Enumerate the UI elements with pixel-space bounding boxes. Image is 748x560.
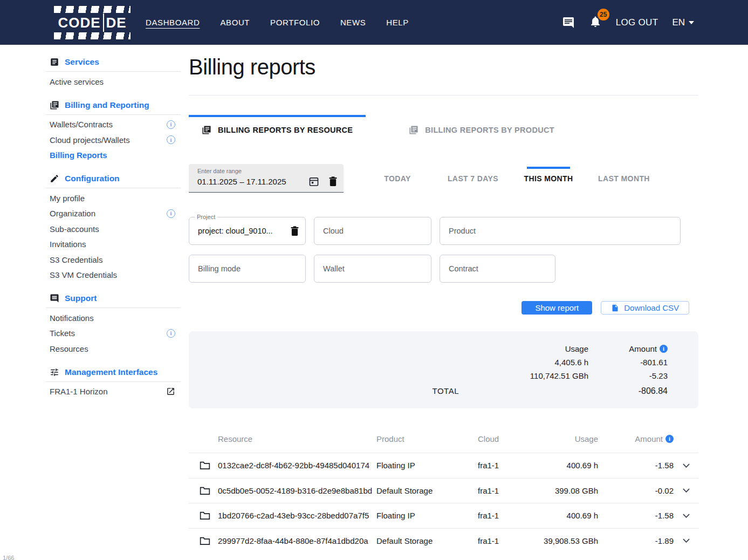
cell-cloud: fra1-1	[478, 536, 540, 545]
summary-amount-value: -801.61	[588, 356, 668, 369]
cell-amount: -0.02	[598, 486, 674, 495]
notifications-bell[interactable]: 25	[589, 15, 602, 30]
nav-item-dashboard[interactable]: DASHBOARD	[146, 18, 200, 27]
tab-billing-reports-by-product[interactable]: BILLING REPORTS BY PRODUCT	[396, 115, 567, 141]
divider	[46, 188, 181, 188]
project-select-label: Project	[195, 214, 217, 220]
edit-icon	[50, 174, 59, 183]
sidebar-section-support: Support Notifications Tickets i Resource…	[46, 290, 181, 357]
sidebar-item-invitations[interactable]: Invitations	[46, 237, 181, 252]
cell-cloud: fra1-1	[478, 461, 540, 470]
summary-usage-header: Usage	[459, 342, 588, 356]
info-icon[interactable]: i	[167, 209, 175, 218]
nav-item-news[interactable]: NEWS	[340, 18, 366, 27]
table-row[interactable]: 1bd20766-c2ad-43eb-93cc-28bedd07a7f5 Flo…	[189, 503, 698, 528]
download-csv-label: Download CSV	[624, 303, 679, 312]
info-icon[interactable]: i	[665, 435, 674, 443]
tab-billing-reports-by-resource[interactable]: BILLING REPORTS BY RESOURCE	[189, 115, 366, 141]
sidebar-item-organization[interactable]: Organization i	[46, 206, 181, 222]
logo-separator	[103, 13, 104, 32]
library-books-icon	[50, 100, 59, 110]
sidebar-item-notifications[interactable]: Notifications	[46, 310, 181, 326]
top-navbar: CODE DE DASHBOARD ABOUT PORTFOLIO NEWS H…	[0, 0, 748, 45]
table-row[interactable]: 299977d2-8faa-44b4-880e-87f4a1dbd20a Def…	[189, 528, 698, 554]
range-today-button[interactable]: TODAY	[360, 164, 435, 193]
logo-text-right: DE	[106, 16, 127, 30]
sidebar-item-label: Tickets	[50, 329, 75, 338]
table-row[interactable]: 0c5db0e5-0052-4189-b316-d2e9e8ba81bd Def…	[189, 478, 698, 503]
calendar-icon[interactable]	[308, 176, 319, 187]
sidebar-item-wallets-contracts[interactable]: Wallets/Contracts i	[46, 117, 181, 133]
page-title: Billing reports	[189, 54, 698, 80]
open-in-new-icon[interactable]	[166, 387, 175, 396]
date-range-value[interactable]: 01.11.2025 – 17.11.2025	[197, 177, 299, 186]
nav-item-portfolio[interactable]: PORTFOLIO	[270, 18, 320, 27]
code-de-logo[interactable]: CODE DE	[54, 6, 131, 39]
summary-total-amount: -806.84	[588, 384, 668, 398]
contract-select[interactable]: Contract	[440, 255, 555, 283]
expand-row-icon[interactable]	[674, 538, 698, 543]
cloud-select[interactable]: Cloud	[314, 217, 431, 245]
sidebar-item-fra1-horizon[interactable]: FRA1-1 Horizon	[46, 384, 181, 400]
folder-icon	[189, 511, 218, 520]
table-header-row: Resource Product Cloud Usage Amount i	[189, 425, 698, 453]
cell-product: Floating IP	[376, 461, 478, 470]
sidebar-item-label: My profile	[50, 194, 85, 203]
sidebar-header-billing: Billing and Reporting	[46, 97, 181, 113]
col-product: Product	[376, 434, 478, 443]
sidebar-item-s3-credentials[interactable]: S3 Credentials	[46, 252, 181, 268]
sidebar-header-services: Services	[46, 54, 181, 70]
sidebar-item-active-services[interactable]: Active services	[46, 74, 181, 90]
language-selector[interactable]: EN	[672, 17, 694, 28]
cell-usage: 39,908.53 GBh	[540, 536, 598, 545]
sidebar-item-tickets[interactable]: Tickets i	[46, 326, 181, 342]
sidebar-section-title: Configuration	[65, 174, 120, 183]
show-report-button[interactable]: Show report	[521, 301, 592, 315]
col-resource: Resource	[218, 434, 376, 443]
range-this-month-button[interactable]: THIS MONTH	[511, 164, 586, 193]
sidebar-section-title: Support	[65, 293, 97, 303]
info-icon[interactable]: i	[167, 329, 175, 338]
sidebar-section-title: Services	[65, 57, 99, 67]
sidebar-item-label: Organization	[50, 209, 95, 218]
cell-cloud: fra1-1	[478, 511, 540, 520]
billing-mode-select[interactable]: Billing mode	[189, 255, 306, 283]
product-select[interactable]: Product	[440, 217, 681, 245]
expand-row-icon[interactable]	[674, 488, 698, 493]
range-last-month-button[interactable]: LAST MONTH	[586, 164, 662, 193]
range-last-7-days-button[interactable]: LAST 7 DAYS	[435, 164, 511, 193]
info-icon[interactable]: i	[167, 120, 175, 129]
sidebar-item-s3-vm-credentials[interactable]: S3 VM Credentials	[46, 268, 181, 283]
download-csv-button[interactable]: Download CSV	[601, 301, 689, 315]
info-icon[interactable]: i	[660, 345, 668, 353]
cell-amount: -1.89	[598, 536, 674, 545]
expand-row-icon[interactable]	[674, 514, 698, 518]
cell-usage: 400.69 h	[540, 511, 598, 520]
nav-item-about[interactable]: ABOUT	[220, 18, 250, 27]
feedback-icon[interactable]	[562, 16, 575, 29]
report-tabs: BILLING REPORTS BY RESOURCE BILLING REPO…	[189, 115, 698, 141]
billing-mode-placeholder: Billing mode	[198, 264, 241, 273]
sidebar-item-label: Invitations	[50, 240, 86, 249]
library-books-icon	[202, 125, 211, 135]
clear-project-icon[interactable]	[291, 226, 299, 236]
sidebar-item-sub-accounts[interactable]: Sub-accounts	[46, 221, 181, 237]
sidebar-item-cloud-projects-wallets[interactable]: Cloud projects/Wallets i	[46, 132, 181, 148]
project-select[interactable]: Project project: cloud_9010...	[189, 217, 306, 245]
info-icon[interactable]: i	[167, 135, 175, 144]
sidebar-item-resources[interactable]: Resources	[46, 341, 181, 357]
table-row[interactable]: 0132cae2-dc8f-4b62-92bb-49485d040174 Flo…	[189, 453, 698, 478]
product-select-placeholder: Product	[449, 227, 476, 235]
logout-button[interactable]: LOG OUT	[616, 17, 658, 28]
logo-text: CODE DE	[54, 13, 131, 32]
logo-stripes-top	[54, 6, 131, 13]
wallet-select[interactable]: Wallet	[314, 255, 431, 283]
folder-icon	[189, 486, 218, 495]
expand-row-icon[interactable]	[674, 463, 698, 468]
sidebar-section-services: Services Active services	[46, 54, 181, 90]
clear-date-icon[interactable]	[329, 176, 337, 187]
date-range-input[interactable]: Enter date range 01.11.2025 – 17.11.2025	[189, 164, 344, 193]
sidebar-item-my-profile[interactable]: My profile	[46, 190, 181, 206]
nav-item-help[interactable]: HELP	[386, 18, 409, 27]
sidebar-item-billing-reports[interactable]: Billing Reports	[46, 148, 181, 163]
